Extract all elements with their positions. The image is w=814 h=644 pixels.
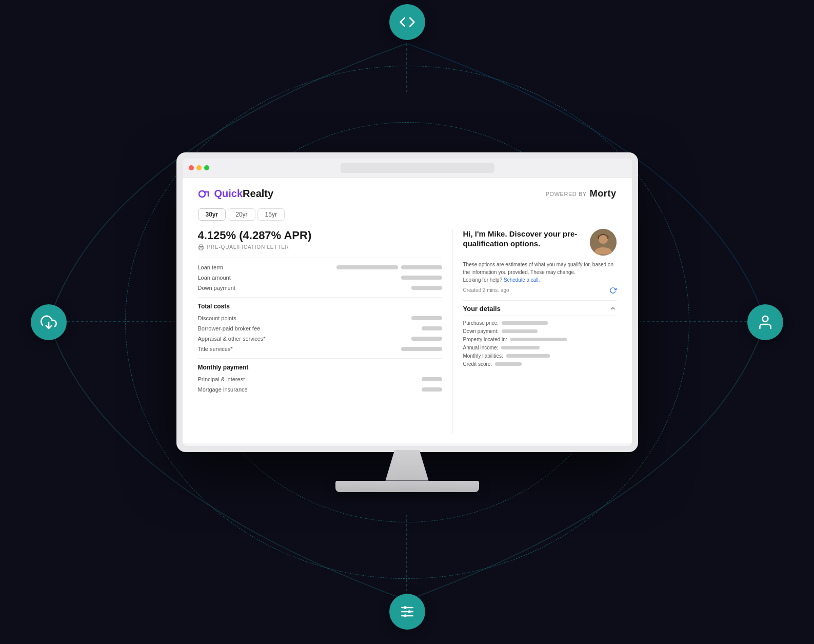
minimize-button[interactable] [196, 165, 202, 170]
code-icon [399, 14, 415, 30]
divider-1 [198, 258, 442, 258]
detail-credit-bar [495, 362, 522, 366]
detail-credit-score: Credit score: [463, 361, 617, 367]
detail-property-location: Property located in: [463, 337, 617, 342]
title-services-label: Title services* [198, 346, 233, 352]
svg-point-7 [404, 606, 406, 609]
discount-points-row: Discount points [198, 313, 442, 323]
monitor-stand-neck [376, 450, 438, 481]
monitor: QuickRealty POWERED BY Morty 30yr 20yr 1… [176, 152, 638, 452]
schedule-link[interactable]: Schedule a call. [504, 277, 540, 283]
created-text: Created 2 mins. ago [463, 287, 509, 293]
user-icon [757, 314, 773, 330]
monitor-stand-base [335, 481, 479, 492]
detail-monthly-liabilities: Monthly liabilities: [463, 353, 617, 359]
printer-icon [198, 244, 204, 250]
detail-purchase-price: Purchase price: [463, 320, 617, 326]
window-controls [189, 165, 209, 170]
loan-term-label: Loan term [198, 264, 224, 270]
advisor-description: These options are estimates of what you … [463, 261, 617, 284]
detail-liabilities-bar [506, 354, 550, 358]
down-payment-bar [411, 286, 442, 290]
svg-point-11 [763, 316, 768, 322]
detail-annual-income: Annual income: [463, 345, 617, 350]
sliders-icon [399, 603, 415, 620]
title-services-bar [401, 347, 442, 351]
loan-term-bar-1 [336, 265, 398, 269]
detail-liabilities-label: Monthly liabilities: [463, 353, 503, 359]
download-icon [41, 314, 57, 330]
chevron-up-icon[interactable] [609, 305, 617, 312]
down-payment-row: Down payment [198, 283, 442, 293]
mortgage-ins-bar [422, 387, 442, 392]
created-row: Created 2 mins. ago [463, 287, 617, 294]
principal-label: Principal & interest [198, 376, 245, 382]
detail-down-payment: Down payment: [463, 328, 617, 334]
appraisal-label: Appraisal & other services* [198, 336, 266, 342]
detail-location-label: Property located in: [463, 337, 507, 342]
monitor-wrapper: QuickRealty POWERED BY Morty 30yr 20yr 1… [176, 152, 638, 492]
divider-3 [198, 358, 442, 359]
node-right [747, 304, 783, 340]
refresh-icon[interactable] [609, 287, 617, 294]
main-layout: 4.125% (4.287% APR) PRE-QUALIFICATION LE… [198, 229, 617, 433]
tab-30yr[interactable]: 30yr [198, 208, 226, 221]
tab-20yr[interactable]: 20yr [228, 208, 255, 221]
broker-fee-label: Borrower-paid broker fee [198, 325, 261, 331]
left-panel: 4.125% (4.287% APR) PRE-QUALIFICATION LE… [198, 229, 442, 433]
monitor-screen: QuickRealty POWERED BY Morty 30yr 20yr 1… [183, 159, 632, 446]
app-content: QuickRealty POWERED BY Morty 30yr 20yr 1… [183, 178, 632, 443]
broker-fee-bar [422, 326, 442, 330]
svg-rect-13 [200, 248, 203, 250]
monthly-payment-title: Monthly payment [198, 364, 442, 371]
loan-term-bar-2 [401, 265, 442, 269]
tab-15yr[interactable]: 15yr [257, 208, 285, 221]
detail-income-bar [501, 346, 540, 349]
detail-credit-label: Credit score: [463, 361, 492, 367]
detail-purchase-label: Purchase price: [463, 320, 499, 326]
loan-term-tabs: 30yr 20yr 15yr [198, 208, 617, 221]
close-button[interactable] [189, 165, 194, 170]
detail-income-label: Annual income: [463, 345, 499, 350]
discount-points-label: Discount points [198, 315, 236, 321]
help-text: Looking for help? [463, 277, 503, 283]
detail-down-bar [502, 329, 538, 333]
rate-display: 4.125% (4.287% APR) [198, 229, 442, 242]
advisor-section: Hi, I'm Mike. Discover your pre-qualific… [463, 229, 617, 256]
scene: QuickRealty POWERED BY Morty 30yr 20yr 1… [0, 0, 814, 644]
powered-by: POWERED BY Morty [546, 188, 617, 199]
discount-points-bar [411, 316, 442, 320]
logo-icon [198, 188, 210, 200]
mortgage-ins-row: Mortgage insurance [198, 384, 442, 395]
maximize-button[interactable] [204, 165, 209, 170]
avatar-illustration [590, 229, 617, 256]
loan-term-row: Loan term [198, 262, 442, 272]
powered-by-label: POWERED BY [546, 191, 587, 197]
detail-location-bar [510, 338, 567, 341]
preq-label-text: PRE-QUALIFICATION LETTER [207, 244, 289, 250]
detail-down-label: Down payment: [463, 328, 499, 334]
address-bar[interactable] [341, 163, 494, 173]
app-header: QuickRealty POWERED BY Morty [198, 188, 617, 200]
browser-chrome [183, 159, 632, 178]
right-panel: Hi, I'm Mike. Discover your pre-qualific… [452, 229, 617, 433]
logo-realty: Realty [243, 188, 273, 199]
appraisal-bar [411, 337, 442, 341]
principal-row: Principal & interest [198, 374, 442, 384]
loan-amount-row: Loan amount [198, 272, 442, 283]
logo-text: QuickRealty [214, 188, 274, 200]
total-costs-title: Total costs [198, 303, 442, 310]
logo-quick: Quick [214, 188, 243, 199]
appraisal-row: Appraisal & other services* [198, 334, 442, 344]
principal-bar [422, 377, 442, 381]
your-details-title: Your details [463, 305, 501, 313]
title-services-row: Title services* [198, 344, 442, 354]
mortgage-ins-label: Mortgage insurance [198, 386, 248, 393]
morty-brand: Morty [590, 188, 617, 199]
node-top [389, 4, 425, 40]
down-payment-label: Down payment [198, 285, 235, 291]
preq-label: PRE-QUALIFICATION LETTER [198, 244, 442, 250]
logo: QuickRealty [198, 188, 274, 200]
your-details-header: Your details [463, 305, 617, 316]
node-left [31, 304, 67, 340]
